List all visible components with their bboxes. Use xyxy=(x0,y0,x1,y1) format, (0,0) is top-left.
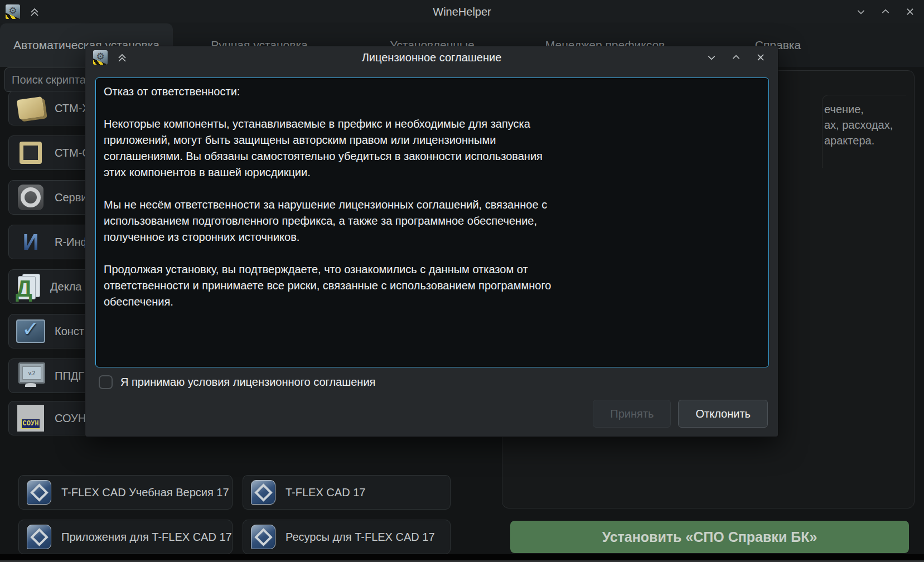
tflex-logo-icon xyxy=(27,525,51,549)
dialog-window-controls xyxy=(705,46,767,69)
soun-badge-icon: СОУН xyxy=(16,403,46,433)
tflex-cad-edu-button[interactable]: T-FLEX CAD Учебная Версия 17 xyxy=(18,475,233,510)
tflex-logo-icon xyxy=(251,525,275,549)
script-label: Конст xyxy=(55,325,84,338)
license-dialog: ⚙ Лицензионное соглашение xyxy=(85,46,778,437)
main-titlebar: ⚙ WineHelper xyxy=(0,0,924,24)
accept-terms-label: Я принимаю условия лицензионного соглаше… xyxy=(120,376,375,389)
monitor-icon: v.2 xyxy=(16,361,46,391)
minimize-icon[interactable] xyxy=(705,51,718,64)
tflex-logo-icon xyxy=(27,480,51,505)
install-spo-button[interactable]: Установить «СПО Справки БК» xyxy=(510,521,909,553)
tan-documents-icon xyxy=(16,93,46,123)
tflex-apps-button[interactable]: Приложения для T-FLEX CAD 17 xyxy=(18,520,233,554)
blue-letter-icon: И xyxy=(16,227,46,257)
keep-above-button[interactable] xyxy=(29,6,40,17)
dialog-titlebar: ⚙ Лицензионное соглашение xyxy=(85,46,778,69)
window-controls xyxy=(855,0,916,23)
description-text: ечение, ах, расходах, арактера. xyxy=(824,101,893,148)
dialog-buttons: Принять Отклонить xyxy=(593,400,768,428)
tflex-cad-button[interactable]: T-FLEX CAD 17 xyxy=(243,475,451,510)
script-label: Декла xyxy=(50,280,81,293)
button-label: Приложения для T-FLEX CAD 17 xyxy=(61,531,232,544)
app-gear-hazard-icon: ⚙ xyxy=(6,4,20,19)
keep-above-button[interactable] xyxy=(117,52,128,63)
minimize-icon[interactable] xyxy=(855,6,867,18)
green-d-documents-icon: Д xyxy=(16,274,41,299)
app-gear-hazard-icon: ⚙ xyxy=(93,50,108,65)
gear-icon: ⚙ xyxy=(8,6,17,16)
script-label: Серви xyxy=(55,191,88,204)
grey-ring-icon xyxy=(16,182,46,212)
tflex-resources-button[interactable]: Ресурсы для T-FLEX CAD 17 xyxy=(243,520,451,554)
accept-button[interactable]: Принять xyxy=(593,400,671,428)
maximize-icon[interactable] xyxy=(730,51,742,64)
button-label: T-FLEX CAD Учебная Версия 17 xyxy=(61,486,229,499)
accept-terms-row: Я принимаю условия лицензионного соглаше… xyxy=(99,375,375,389)
tflex-logo-icon xyxy=(251,480,275,505)
maximize-icon[interactable] xyxy=(879,6,892,18)
decline-button[interactable]: Отклонить xyxy=(678,400,768,428)
close-icon[interactable] xyxy=(754,51,767,64)
gear-icon: ⚙ xyxy=(96,52,104,61)
button-label: T-FLEX CAD 17 xyxy=(286,486,365,499)
accept-terms-checkbox[interactable] xyxy=(99,375,113,389)
license-text: Отказ от ответственности: Некоторые комп… xyxy=(104,84,761,310)
winehelper-app: ⚙ WineHelper Автоматическая установка Ру… xyxy=(0,0,924,562)
button-label: Ресурсы для T-FLEX CAD 17 xyxy=(286,531,435,544)
window-title: WineHelper xyxy=(0,6,924,18)
frame-pie-chart-icon xyxy=(16,138,46,168)
script-label: СОУН xyxy=(55,412,86,425)
license-text-area[interactable]: Отказ от ответственности: Некоторые комп… xyxy=(95,77,769,367)
dialog-title: Лицензионное соглашение xyxy=(85,51,778,64)
close-icon[interactable] xyxy=(904,6,916,18)
check-screen-icon: ✓ xyxy=(16,316,46,346)
script-label: ППДГ xyxy=(55,370,84,382)
